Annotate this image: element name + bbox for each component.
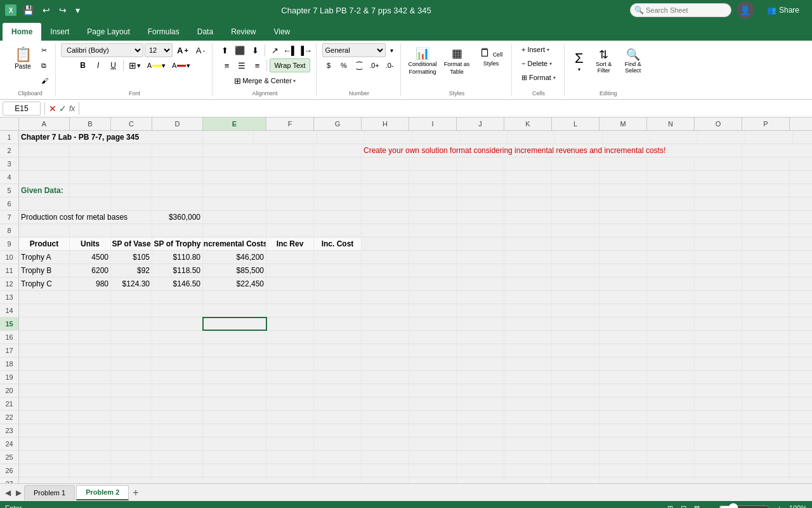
cell-i15[interactable]	[409, 318, 457, 330]
cell-e12[interactable]: $22,450	[203, 277, 266, 290]
tab-review[interactable]: Review	[222, 23, 265, 41]
cell-i25[interactable]	[409, 451, 457, 464]
cell-k9[interactable]	[504, 237, 552, 250]
cell-m11[interactable]	[599, 264, 647, 277]
cell-d3[interactable]	[152, 157, 203, 170]
cell-o12[interactable]	[695, 277, 742, 290]
bold-button[interactable]: B	[76, 58, 90, 72]
cell-k26[interactable]	[504, 464, 552, 477]
cell-k12[interactable]	[504, 277, 552, 290]
cell-k4[interactable]	[504, 171, 552, 184]
cell-m3[interactable]	[599, 157, 647, 170]
cell-d7[interactable]: $360,000	[152, 211, 203, 224]
cell-d14[interactable]	[152, 304, 203, 317]
cell-l16[interactable]	[552, 331, 599, 344]
cell-l13[interactable]	[552, 291, 599, 304]
search-input[interactable]	[630, 3, 731, 17]
cell-a21[interactable]	[19, 398, 70, 410]
page-break-icon[interactable]: ⊠	[694, 504, 700, 509]
cell-g7[interactable]	[314, 211, 362, 224]
cell-o5[interactable]	[695, 184, 742, 197]
cell-f9[interactable]: Inc Rev	[266, 237, 314, 250]
cell-e25[interactable]	[203, 451, 266, 464]
cell-m15[interactable]	[599, 318, 647, 330]
cell-m13[interactable]	[599, 291, 647, 304]
cell-c18[interactable]	[111, 358, 152, 370]
sort-filter-button[interactable]: ⇅ Sort & Filter	[590, 43, 618, 79]
cell-d16[interactable]	[152, 331, 203, 344]
col-header-h[interactable]: H	[362, 117, 409, 130]
cell-d24[interactable]	[152, 438, 203, 450]
cell-e1[interactable]	[254, 131, 317, 144]
cell-c15[interactable]	[111, 318, 152, 330]
col-header-g[interactable]: G	[314, 117, 362, 130]
cell-h19[interactable]	[362, 371, 409, 384]
cell-o24[interactable]	[695, 438, 742, 450]
cell-a14[interactable]	[19, 304, 70, 317]
cell-e5[interactable]	[203, 184, 266, 197]
tab-page-layout[interactable]: Page Layout	[78, 23, 138, 41]
cell-g27[interactable]	[314, 478, 362, 483]
col-header-f[interactable]: F	[266, 117, 314, 130]
cell-h13[interactable]	[362, 291, 409, 304]
zoom-slider[interactable]	[719, 503, 769, 508]
cell-b14[interactable]	[70, 304, 111, 317]
comma-button[interactable]: ⁐	[352, 58, 366, 72]
cell-c2[interactable]	[111, 144, 152, 157]
cell-g8[interactable]	[314, 224, 362, 237]
cell-k20[interactable]	[504, 384, 552, 397]
cell-n15[interactable]	[647, 318, 695, 330]
cell-m25[interactable]	[599, 451, 647, 464]
cell-g25[interactable]	[314, 451, 362, 464]
cell-b23[interactable]	[70, 424, 111, 437]
cell-l24[interactable]	[552, 438, 599, 450]
cell-h16[interactable]	[362, 331, 409, 344]
cell-g9[interactable]: Inc. Cost	[314, 237, 362, 250]
cell-b8[interactable]	[70, 224, 111, 237]
add-sheet-button[interactable]: +	[130, 487, 141, 498]
cell-i3[interactable]	[409, 157, 457, 170]
cell-c20[interactable]	[111, 384, 152, 397]
cell-d20[interactable]	[152, 384, 203, 397]
cell-a23[interactable]	[19, 424, 70, 437]
cell-d19[interactable]	[152, 371, 203, 384]
cell-a1[interactable]: Chapter 7 Lab - PB 7-7, page 345	[19, 131, 203, 144]
cell-b3[interactable]	[70, 157, 111, 170]
cell-a5[interactable]: Given Data:	[19, 184, 70, 197]
cell-a22[interactable]	[19, 411, 70, 424]
align-left-button[interactable]: ≡	[219, 58, 233, 72]
col-header-m[interactable]: M	[599, 117, 647, 130]
cell-c6[interactable]	[111, 197, 152, 210]
cell-n12[interactable]	[647, 277, 695, 290]
cell-h23[interactable]	[362, 424, 409, 437]
cell-g15[interactable]	[314, 318, 362, 330]
cell-i16[interactable]	[409, 331, 457, 344]
cell-b26[interactable]	[70, 464, 111, 477]
cell-g2[interactable]	[314, 144, 362, 157]
cell-j9[interactable]	[457, 237, 504, 250]
cell-c11[interactable]: $92	[111, 264, 152, 277]
cell-o11[interactable]	[695, 264, 742, 277]
cell-d23[interactable]	[152, 424, 203, 437]
cell-d8[interactable]	[152, 224, 203, 237]
cell-g12[interactable]	[314, 277, 362, 290]
cell-b2[interactable]	[70, 144, 111, 157]
cell-m27[interactable]	[599, 478, 647, 483]
cell-a17[interactable]	[19, 344, 70, 357]
cell-i13[interactable]	[409, 291, 457, 304]
cell-g10[interactable]	[314, 251, 362, 264]
cell-g24[interactable]	[314, 438, 362, 450]
cell-k3[interactable]	[504, 157, 552, 170]
col-header-i[interactable]: I	[409, 117, 457, 130]
col-header-a[interactable]: A	[19, 117, 70, 130]
redo-button[interactable]: ↪	[56, 4, 69, 17]
cell-j26[interactable]	[457, 464, 504, 477]
cell-f27[interactable]	[266, 478, 314, 483]
cell-g22[interactable]	[314, 411, 362, 424]
cell-j21[interactable]	[457, 398, 504, 410]
cell-i11[interactable]	[409, 264, 457, 277]
cell-n5[interactable]	[647, 184, 695, 197]
font-color-button[interactable]: A ▾	[169, 58, 193, 72]
cell-b5[interactable]	[70, 184, 111, 197]
cell-c5[interactable]	[111, 184, 152, 197]
